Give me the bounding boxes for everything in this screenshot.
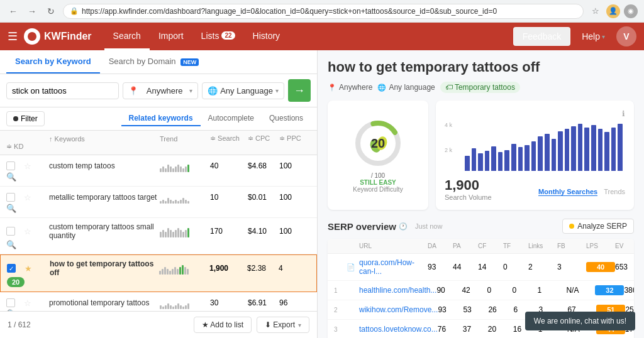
- serp-lps-badge: 40: [586, 262, 615, 272]
- table-row[interactable]: ☆ metallic temporary tattoos target 10 $…: [0, 187, 317, 218]
- info-icon[interactable]: ℹ: [622, 109, 625, 118]
- row-search: 40: [210, 161, 248, 170]
- serp-type-icon: 📄: [347, 263, 359, 271]
- nav-search[interactable]: Search: [104, 23, 150, 50]
- add-to-list-button[interactable]: ★ Add to list: [194, 317, 252, 333]
- row-ppc: 100: [279, 161, 311, 170]
- analyze-serp-button[interactable]: Analyze SERP: [562, 219, 634, 234]
- tag-language: 🌐 Any language: [377, 83, 435, 92]
- volume-card-inner: 4 k 2 k: [445, 121, 625, 172]
- tab-domain[interactable]: Search by Domain NEW: [100, 50, 208, 74]
- star-button[interactable]: ☆: [589, 4, 602, 18]
- serp-ev: 386: [624, 286, 634, 295]
- nav-import[interactable]: Import: [150, 23, 192, 50]
- col-ppc[interactable]: ≑ PPC: [279, 134, 311, 143]
- serp-row[interactable]: 📄 quora.com/How-can-l... 93 44 14 0 2 3 …: [328, 254, 634, 281]
- y-label-mid: 2 k: [445, 147, 452, 153]
- keyword-input[interactable]: stick on tattoos: [6, 82, 119, 99]
- serp-links: 1: [537, 286, 566, 295]
- col-cf: CF: [478, 243, 503, 249]
- help-button[interactable]: Help ▾: [575, 28, 611, 45]
- volume-card: ℹ 4 k 2 k: [436, 101, 634, 210]
- row-cpc: $2.38: [247, 264, 279, 273]
- row-checkbox[interactable]: [6, 161, 15, 170]
- serp-row[interactable]: 1 healthline.com/health... 90 42 0 0 1 N…: [328, 281, 634, 300]
- export-button[interactable]: ⬇ Export ▾: [257, 317, 309, 333]
- hamburger-icon[interactable]: ☰: [8, 30, 18, 43]
- col-pos-icon: [334, 243, 347, 249]
- volume-number: 1,900: [445, 177, 492, 194]
- nav-lists[interactable]: Lists 22: [192, 23, 244, 50]
- user-avatar[interactable]: V: [616, 26, 636, 46]
- location-select[interactable]: 📍 Anywhere ▾: [123, 82, 198, 99]
- col-kw-icon: [36, 134, 49, 143]
- col-keyword[interactable]: ↑ Keywords: [49, 134, 160, 143]
- export-label: ⬇ Export: [265, 320, 295, 329]
- language-chevron: ▾: [275, 87, 279, 94]
- serp-url[interactable]: tattoos.lovetoknow.co...: [359, 325, 438, 334]
- serp-header: SERP overview 🕐 Just now Analyze SERP: [328, 219, 634, 234]
- row-star[interactable]: ☆: [24, 298, 36, 308]
- bar-segment: [518, 147, 523, 171]
- tab-domain-label: Search by Domain: [109, 57, 176, 66]
- bar-segment: [578, 124, 583, 171]
- tab-related[interactable]: Related keywords: [121, 111, 201, 126]
- search-go-button[interactable]: →: [288, 79, 311, 102]
- language-select[interactable]: 🌐 Any Language ▾: [202, 82, 284, 99]
- kd-donut: 20: [353, 118, 403, 168]
- feedback-button[interactable]: Feedback: [513, 27, 570, 46]
- col-trend[interactable]: Trend: [160, 134, 210, 143]
- tab-monthly-searches[interactable]: Monthly Searches: [538, 188, 597, 196]
- row-checkbox-checked[interactable]: ✓: [7, 264, 16, 273]
- row-checkbox[interactable]: [6, 193, 15, 202]
- bar-segment: [465, 156, 470, 171]
- chat-bubble[interactable]: We are online, chat with us!: [525, 312, 635, 330]
- filter-button[interactable]: Filter: [6, 111, 45, 126]
- serp-pos: 3: [334, 326, 347, 333]
- row-star[interactable]: ☆: [24, 193, 36, 202]
- tab-questions[interactable]: Questions: [262, 111, 311, 126]
- col-star: [24, 134, 36, 143]
- bar-chart: [462, 121, 625, 171]
- browser-avatar: 👤: [606, 4, 620, 18]
- table-row-selected[interactable]: ✓ ★ how to get temporary tattoos off 1,9…: [0, 254, 317, 292]
- table-row[interactable]: ☆ custom temporary tattoos small quantit…: [0, 218, 317, 254]
- tag-location-text: Anywhere: [339, 83, 372, 92]
- row-checkbox[interactable]: [6, 298, 15, 307]
- serp-cf: 20: [488, 325, 513, 334]
- bar-segment: [571, 126, 576, 171]
- row-star[interactable]: ☆: [24, 161, 36, 171]
- row-trend: [159, 262, 209, 275]
- nav-history[interactable]: History: [244, 23, 289, 50]
- table-row[interactable]: ☆ custom temp tatoos 40 $4.68 100 🔍: [0, 155, 317, 187]
- keyword-tag: 🏷 Temporary tattoos: [440, 82, 520, 93]
- back-button[interactable]: ←: [6, 4, 20, 18]
- col-kd[interactable]: ≑ KD: [6, 143, 24, 151]
- serp-ev: 653: [615, 263, 628, 271]
- reload-button[interactable]: ↻: [44, 4, 58, 18]
- row-search: 30: [210, 298, 248, 307]
- row-star-filled[interactable]: ★: [25, 264, 37, 273]
- row-search: 170: [210, 227, 248, 236]
- tab-keyword[interactable]: Search by Keyword: [6, 50, 100, 74]
- nav-history-label: History: [253, 31, 280, 41]
- col-cpc[interactable]: ≑ CPC: [248, 134, 279, 143]
- serp-url[interactable]: quora.com/How-can-l...: [359, 258, 428, 276]
- url-bar[interactable]: 🔒 https://app.kwfinder.com/dashboard?lan…: [63, 4, 584, 19]
- lock-icon: 🔒: [70, 7, 79, 15]
- nav-items: Search Import Lists 22 History: [104, 23, 289, 50]
- serp-url[interactable]: wikihow.com/Remove...: [359, 305, 438, 314]
- serp-url[interactable]: healthline.com/health...: [359, 286, 436, 295]
- table-row[interactable]: ☆ promotional temporary tattoos 30 $6.91…: [0, 292, 317, 311]
- export-chevron: ▾: [298, 322, 301, 329]
- forward-button[interactable]: →: [25, 4, 39, 18]
- serp-time: Just now: [415, 222, 442, 230]
- row-checkbox[interactable]: [6, 227, 15, 236]
- tab-trends[interactable]: Trends: [604, 188, 625, 196]
- tab-autocomplete[interactable]: Autocomplete: [201, 111, 262, 126]
- volume-chart-area: [462, 121, 625, 172]
- bar-segment: [598, 129, 603, 171]
- col-search[interactable]: ≑ Search: [210, 134, 248, 143]
- row-star[interactable]: ☆: [24, 227, 36, 236]
- serp-pos: 1: [334, 287, 347, 294]
